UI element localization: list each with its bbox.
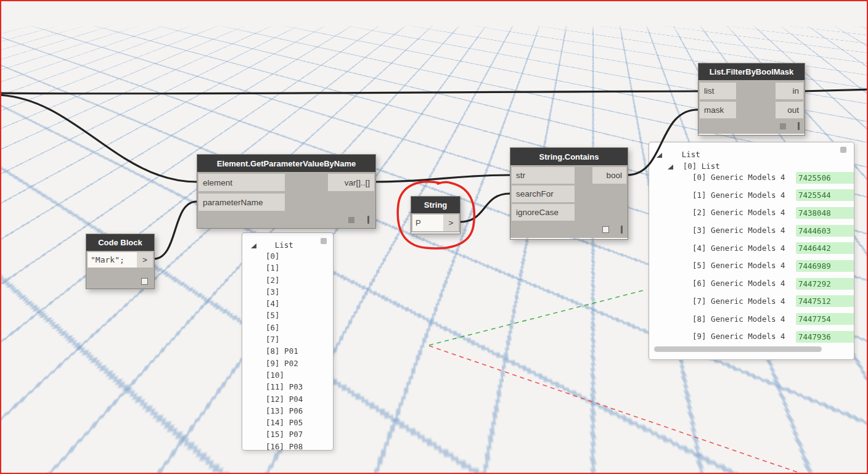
- list-item: [12] P04: [242, 393, 333, 405]
- list-item: [0] Generic Models 4 7425506: [649, 169, 854, 187]
- port-parametername-input[interactable]: parameterName: [199, 194, 285, 211]
- element-id-badge: 7447512: [796, 295, 854, 307]
- list-item: [4]: [242, 298, 333, 309]
- element-id-badge: 7447936: [796, 331, 854, 343]
- lacing-indicator-icon[interactable]: [367, 216, 369, 224]
- item-label: [1] Generic Models 4: [649, 190, 785, 200]
- preview-toggle-icon[interactable]: [602, 226, 609, 233]
- list-item: [16] P08: [242, 441, 333, 451]
- list-item: [8] Generic Models 4 7447754: [649, 311, 854, 329]
- item-label: [6] Generic Models 4: [649, 279, 785, 288]
- item-label: [4] Generic Models 4: [649, 243, 785, 253]
- list-item: [15] P07: [242, 428, 333, 440]
- node-string-contains[interactable]: String.Contains str searchFor ignoreCase…: [510, 147, 628, 240]
- port-str-input[interactable]: str: [512, 167, 575, 184]
- list-item: [3]: [242, 286, 333, 298]
- list-item: [4] Generic Models 4 7446442: [649, 240, 854, 258]
- list-item: [1] Generic Models 4 7425544: [649, 187, 854, 205]
- dynamo-canvas[interactable]: List [0] [1] [2] [3] [4] [5] [6] [7] [8]…: [0, 0, 868, 474]
- string-output-port[interactable]: >: [443, 215, 459, 231]
- item-label: [3] Generic Models 4: [649, 226, 785, 235]
- code-block-input[interactable]: "Mark";: [88, 252, 138, 268]
- list-item: [2]: [242, 274, 333, 286]
- item-label: [7] Generic Models 4: [649, 296, 785, 306]
- watch-bubble-parameters: List [0] [1] [2] [3] [4] [5] [6] [7] [8]…: [242, 232, 334, 451]
- pin-icon[interactable]: [321, 238, 327, 244]
- preview-toggle-icon[interactable]: [348, 217, 354, 223]
- list-item: [7] Generic Models 4 7447512: [649, 293, 854, 311]
- port-out-output[interactable]: out: [776, 102, 803, 118]
- list-item: [9] Generic Models 4 7447936: [649, 328, 854, 346]
- expander-icon[interactable]: [657, 153, 662, 158]
- port-ignorecase-input[interactable]: ignoreCase: [512, 204, 575, 221]
- element-id-badge: 7446989: [796, 260, 854, 272]
- list-item: [13] P06: [242, 405, 333, 417]
- element-id-badge: 7447292: [796, 278, 854, 290]
- watch-root-label: List: [682, 150, 700, 159]
- node-header[interactable]: String: [411, 197, 460, 213]
- item-label: [8] Generic Models 4: [649, 314, 785, 324]
- list-item: [14] P05: [242, 417, 333, 428]
- lacing-indicator-icon[interactable]: [798, 122, 800, 130]
- list-item: [7]: [242, 333, 333, 345]
- list-item: [0]: [242, 250, 333, 262]
- watch-root-row: List: [251, 239, 293, 250]
- watch-rows: [0] Generic Models 4 7425506 [1] Generic…: [649, 169, 854, 346]
- port-mask-input[interactable]: mask: [700, 102, 736, 118]
- preview-toggle-icon[interactable]: [141, 278, 148, 285]
- preview-toggle-icon[interactable]: [780, 123, 786, 129]
- watch-bubble-filtered: List [0] List [0] Generic Models 4 74255…: [649, 142, 854, 360]
- port-element-input[interactable]: element: [199, 174, 285, 191]
- watch-root-row: List: [657, 148, 700, 160]
- port-searchfor-input[interactable]: searchFor: [512, 186, 575, 202]
- node-string[interactable]: String P >: [411, 196, 461, 234]
- node-code-block[interactable]: Code Block "Mark"; >: [86, 234, 155, 289]
- list-item: [1]: [242, 262, 333, 274]
- port-bool-output[interactable]: bool: [592, 167, 626, 184]
- element-id-badge: 7425506: [796, 172, 854, 184]
- lacing-indicator-icon[interactable]: [621, 226, 623, 234]
- horizontal-scrollbar[interactable]: [654, 346, 822, 352]
- list-item: [6]: [242, 322, 333, 333]
- string-value-input[interactable]: P: [412, 215, 444, 231]
- node-header[interactable]: Element.GetParameterValueByName: [197, 155, 375, 172]
- pin-icon[interactable]: [840, 147, 846, 153]
- node-header[interactable]: Code Block: [86, 234, 154, 251]
- element-id-badge: 7438048: [796, 207, 854, 219]
- element-id-badge: 7444603: [796, 225, 854, 237]
- list-item: [3] Generic Models 4 7444603: [649, 222, 854, 240]
- list-item: [5]: [242, 309, 333, 321]
- port-list-input[interactable]: list: [700, 83, 736, 99]
- element-id-badge: 7425544: [796, 189, 854, 201]
- list-item: [10]: [242, 369, 333, 381]
- list-item: [11] P03: [242, 381, 333, 393]
- perspective-grid: [1, 1, 867, 26]
- element-id-badge: 7447754: [796, 313, 854, 325]
- node-header[interactable]: List.FilterByBoolMask: [698, 63, 805, 80]
- list-item: [6] Generic Models 4 7447292: [649, 275, 854, 293]
- element-id-badge: 7446442: [796, 242, 854, 254]
- list-item: [9] P02: [242, 358, 333, 369]
- port-in-output[interactable]: in: [776, 83, 803, 99]
- list-item: [5] Generic Models 4 7446989: [649, 257, 854, 275]
- expander-icon[interactable]: [251, 243, 256, 248]
- node-filter-by-bool-mask[interactable]: List.FilterByBoolMask list mask in out: [698, 63, 805, 136]
- code-block-output-port[interactable]: >: [137, 252, 153, 268]
- port-var-output[interactable]: var[]..[]: [328, 174, 374, 191]
- item-label: [0] Generic Models 4: [649, 173, 785, 182]
- node-get-parameter-value-by-name[interactable]: Element.GetParameterValueByName element …: [197, 154, 376, 229]
- watch-items: [0] [1] [2] [3] [4] [5] [6] [7] [8] P01 …: [242, 250, 333, 451]
- item-label: [5] Generic Models 4: [649, 261, 785, 270]
- item-label: [9] Generic Models 4: [649, 332, 785, 341]
- watch-root-label: List: [275, 240, 293, 250]
- node-header[interactable]: String.Contains: [510, 148, 628, 165]
- list-item: [8] P01: [242, 345, 333, 357]
- item-label: [2] Generic Models 4: [649, 208, 785, 217]
- horizon-fade: [1, 25, 867, 33]
- list-item: [2] Generic Models 4 7438048: [649, 204, 854, 222]
